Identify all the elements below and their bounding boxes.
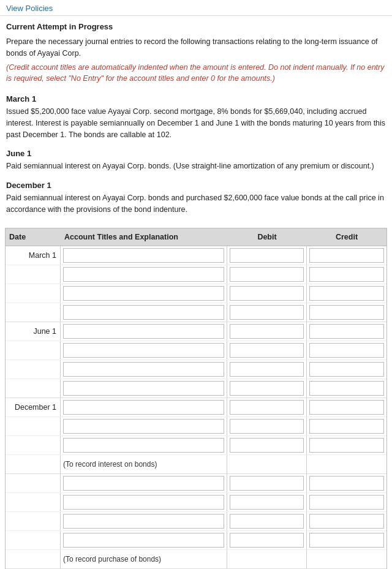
date-cell-june1: June 1 <box>6 322 61 341</box>
debit-input-m1-3[interactable] <box>230 286 304 301</box>
credit-cell-empty <box>307 455 386 473</box>
account-cell <box>61 246 227 265</box>
table-row <box>6 474 386 493</box>
table-row <box>6 303 386 322</box>
account-cell <box>61 303 227 322</box>
table-body: March 1 <box>6 246 386 569</box>
credit-cell <box>307 474 386 492</box>
debit-input-j1-1[interactable] <box>230 324 304 339</box>
credit-input-d1-1[interactable] <box>309 400 384 415</box>
account-input-j1-3[interactable] <box>63 362 224 377</box>
debit-input-m1-1[interactable] <box>230 248 304 263</box>
debit-input-d1p-1[interactable] <box>230 476 304 491</box>
date-cell-empty <box>6 379 61 398</box>
account-cell <box>61 322 227 341</box>
debit-input-d1p-4[interactable] <box>230 533 304 548</box>
date-cell-empty <box>6 284 61 303</box>
credit-cell <box>307 246 386 265</box>
debit-input-d1-2[interactable] <box>230 419 304 434</box>
debit-input-m1-4[interactable] <box>230 305 304 320</box>
debit-input-j1-3[interactable] <box>230 362 304 377</box>
debit-cell <box>227 322 307 341</box>
credit-input-j1-3[interactable] <box>309 362 384 377</box>
debit-cell <box>227 398 307 416</box>
debit-input-d1-1[interactable] <box>230 400 304 415</box>
account-input-m1-2[interactable] <box>63 267 224 282</box>
credit-cell <box>307 398 386 416</box>
note-row-interest: (To record interest on bonds) <box>6 455 386 473</box>
credit-input-m1-2[interactable] <box>309 267 384 282</box>
table-row <box>6 417 386 436</box>
instruction-text: Prepare the necessary journal entries to… <box>6 36 386 59</box>
debit-input-j1-2[interactable] <box>230 343 304 358</box>
account-input-d1-2[interactable] <box>63 419 224 434</box>
table-row <box>6 284 386 303</box>
debit-input-d1p-2[interactable] <box>230 495 304 510</box>
credit-input-j1-2[interactable] <box>309 343 384 358</box>
debit-cell <box>227 284 307 303</box>
col-date: Date <box>6 228 61 246</box>
date-cell-december1: December 1 <box>6 398 61 416</box>
date-cell-empty <box>6 531 61 549</box>
account-input-j1-4[interactable] <box>63 381 224 396</box>
table-row <box>6 531 386 550</box>
credit-input-m1-1[interactable] <box>309 248 384 263</box>
credit-input-d1p-2[interactable] <box>309 495 384 510</box>
debit-input-m1-2[interactable] <box>230 267 304 282</box>
debit-input-j1-4[interactable] <box>230 381 304 396</box>
date-cell-empty <box>6 550 61 568</box>
account-input-m1-3[interactable] <box>63 286 224 301</box>
debit-cell <box>227 531 307 549</box>
debit-input-d1p-3[interactable] <box>230 514 304 529</box>
account-input-d1p-2[interactable] <box>63 495 224 510</box>
account-cell <box>61 417 227 435</box>
account-input-d1-1[interactable] <box>63 400 224 415</box>
note-row-purchase: (To record purchase of bonds) <box>6 550 386 568</box>
credit-cell <box>307 379 386 398</box>
credit-cell <box>307 322 386 341</box>
account-cell <box>61 512 227 530</box>
credit-input-d1p-1[interactable] <box>309 476 384 491</box>
credit-input-d1p-3[interactable] <box>309 514 384 529</box>
account-input-j1-1[interactable] <box>63 324 224 339</box>
credit-input-m1-4[interactable] <box>309 305 384 320</box>
interest-note-label: (To record interest on bonds) <box>61 455 227 473</box>
credit-input-j1-1[interactable] <box>309 324 384 339</box>
credit-input-d1-2[interactable] <box>309 419 384 434</box>
debit-cell <box>227 474 307 492</box>
debit-cell <box>227 436 307 454</box>
date-cell-empty <box>6 417 61 435</box>
credit-cell <box>307 512 386 530</box>
section-march1-text: Issued $5,200,000 face value Ayayai Corp… <box>6 106 386 140</box>
account-cell <box>61 284 227 303</box>
debit-input-d1-3[interactable] <box>230 438 304 453</box>
account-cell <box>61 398 227 416</box>
credit-cell <box>307 417 386 435</box>
purchase-note-label: (To record purchase of bonds) <box>61 550 227 568</box>
credit-input-m1-3[interactable] <box>309 286 384 301</box>
table-row <box>6 265 386 284</box>
entry-group-june1: June 1 <box>6 322 386 398</box>
debit-cell <box>227 246 307 265</box>
credit-input-d1-3[interactable] <box>309 438 384 453</box>
account-input-m1-4[interactable] <box>63 305 224 320</box>
account-input-d1p-1[interactable] <box>63 476 224 491</box>
account-input-j1-2[interactable] <box>63 343 224 358</box>
account-input-d1p-4[interactable] <box>63 533 224 548</box>
table-row <box>6 512 386 531</box>
date-cell-empty <box>6 360 61 379</box>
view-policies-link[interactable]: View Policies <box>0 0 392 16</box>
date-cell-empty <box>6 303 61 322</box>
account-input-d1-3[interactable] <box>63 438 224 453</box>
table-row: March 1 <box>6 246 386 265</box>
section-december1-text: Paid semiannual interest on Ayayai Corp.… <box>6 192 386 216</box>
credit-input-j1-4[interactable] <box>309 381 384 396</box>
account-input-m1-1[interactable] <box>63 248 224 263</box>
credit-input-d1p-4[interactable] <box>309 533 384 548</box>
section-march1-label: March 1 <box>6 94 386 104</box>
debit-cell <box>227 341 307 360</box>
account-input-d1p-3[interactable] <box>63 514 224 529</box>
col-debit: Debit <box>227 228 307 246</box>
date-cell-march1: March 1 <box>6 246 61 265</box>
credit-cell-empty <box>307 550 386 568</box>
